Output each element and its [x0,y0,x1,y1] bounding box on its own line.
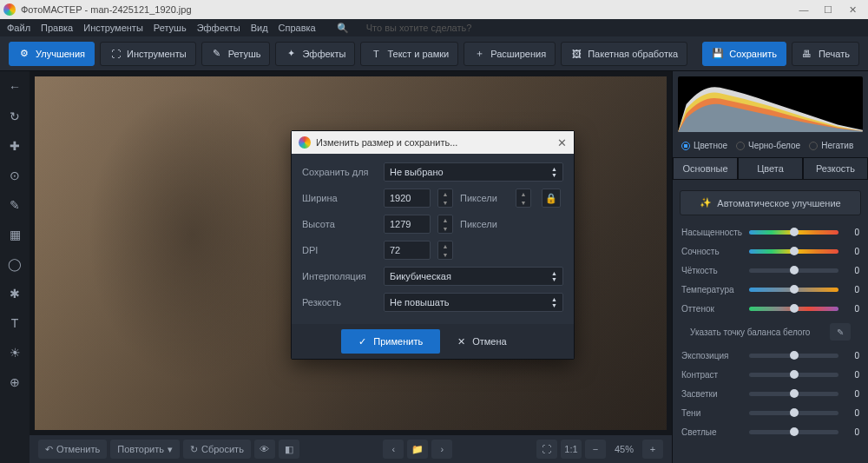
crop-icon: ⛶ [109,48,122,60]
tab-basic[interactable]: Основные [673,157,738,180]
slider-thumb[interactable] [790,389,799,398]
menu-edit[interactable]: Правка [41,23,73,33]
minimize-button[interactable]: — [792,0,816,19]
slider-thumb[interactable] [790,285,799,294]
eye-icon[interactable]: 👁 [254,440,275,459]
save-button[interactable]: 💾Сохранить [702,42,786,66]
stamp-icon[interactable]: ⊙ [6,167,23,184]
width-spinner[interactable]: ▲▼ [437,189,453,208]
menu-help[interactable]: Справка [279,23,316,33]
slider-track[interactable] [749,230,838,235]
tab-retouch[interactable]: ✎Ретушь [201,42,271,66]
slider-row: Контраст 0 [681,365,859,384]
interp-label: Интерполяция [302,271,377,281]
search-placeholder[interactable]: Что вы хотите сделать? [366,23,472,33]
slider-thumb[interactable] [790,266,799,274]
slider-track[interactable] [749,373,838,377]
tab-enhance[interactable]: ⚙Улучшения [9,42,95,66]
reset-button[interactable]: ↻ Сбросить [183,440,251,459]
slider-track[interactable] [749,288,838,292]
titlebar: ФотоМАСТЕР - man-2425121_1920.jpg — ☐ ✕ [0,0,868,19]
rotate-icon[interactable]: ↻ [6,108,23,125]
slider-thumb[interactable] [790,408,799,417]
globe-icon[interactable]: ⊕ [6,374,23,391]
vignette-icon[interactable]: ◯ [6,255,23,273]
text-tool-icon[interactable]: T [6,314,23,332]
heal-icon[interactable]: ✚ [6,137,23,155]
slider-thumb[interactable] [790,247,799,255]
menu-tools[interactable]: Инструменты [83,23,143,33]
brush-tool-icon[interactable]: ✎ [6,196,23,214]
star-icon[interactable]: ✱ [6,285,23,302]
gradient-icon[interactable]: ▦ [6,226,23,243]
main-toolbar: ⚙Улучшения ⛶Инструменты ✎Ретушь ✦Эффекты… [0,36,868,71]
lock-aspect-button[interactable]: 🔒 [542,189,561,208]
dialog-close-button[interactable]: ✕ [557,136,567,149]
wand-icon: ✨ [700,197,712,208]
sun-icon[interactable]: ☀ [6,344,23,361]
slider-track[interactable] [749,411,838,415]
slider-track[interactable] [749,307,838,311]
dpi-spinner[interactable]: ▲▼ [437,241,453,260]
radio-negative[interactable]: Негатив [809,141,853,150]
slider-row: Чёткость 0 [681,261,859,280]
radio-color[interactable]: Цветное [681,141,727,150]
slider-track[interactable] [749,354,838,358]
save-for-select[interactable]: Не выбрано▲▼ [384,162,563,182]
tab-tools[interactable]: ⛶Инструменты [100,42,196,66]
menu-view[interactable]: Вид [251,23,268,33]
check-icon: ✓ [358,336,366,347]
slider-track[interactable] [749,249,838,254]
zoom-in-button[interactable]: + [642,440,663,459]
actual-size-button[interactable]: 1:1 [561,440,582,459]
apply-button[interactable]: ✓Применить [341,329,440,354]
slider-row: Экспозиция 0 [681,346,859,365]
dialog-titlebar[interactable]: Изменить размер и сохранить... ✕ [292,131,574,154]
menu-effects[interactable]: Эффекты [197,23,240,33]
width-input[interactable]: 1920 [384,189,431,208]
slider-thumb[interactable] [790,304,799,313]
menu-retouch[interactable]: Ретушь [154,23,187,33]
slider-track[interactable] [749,430,838,434]
tab-sharpness[interactable]: Резкость [803,157,868,180]
dpi-input[interactable]: 72 [384,241,431,260]
fit-icon[interactable]: ⛶ [536,440,557,459]
tab-batch[interactable]: 🖾Пакетная обработка [561,42,687,66]
slider-thumb[interactable] [790,427,799,436]
close-button[interactable]: ✕ [840,0,865,19]
slider-track[interactable] [749,268,838,273]
cancel-button[interactable]: ✕Отмена [440,329,523,354]
tab-text[interactable]: TТекст и рамки [360,42,458,66]
prev-button[interactable]: ‹ [383,440,404,459]
back-icon[interactable]: ← [6,78,23,96]
save-for-label: Сохранить для [302,167,377,177]
eyedropper-button[interactable]: ✎ [830,323,851,341]
slider-row: Светлые 0 [681,422,859,441]
auto-enhance-button[interactable]: ✨Автоматическое улучшение [680,190,861,215]
compare-icon[interactable]: ◧ [279,440,299,459]
slider-thumb[interactable] [790,351,799,360]
sharp-select[interactable]: Не повышать▲▼ [384,293,563,312]
menu-file[interactable]: Файл [7,23,30,33]
slider-thumb[interactable] [790,228,799,236]
tab-extensions[interactable]: ＋Расширения [464,42,556,66]
slider-value: 0 [844,351,859,360]
tab-effects[interactable]: ✦Эффекты [275,42,355,66]
slider-value: 0 [844,408,859,418]
slider-label: Экспозиция [681,351,744,360]
folder-icon[interactable]: 📁 [407,440,428,459]
tab-colors[interactable]: Цвета [738,157,803,180]
slider-track[interactable] [749,392,838,396]
redo-button[interactable]: Повторить ▾ [110,440,180,459]
width-unit-spinner[interactable]: ▲▼ [516,189,531,208]
height-spinner[interactable]: ▲▼ [437,215,453,234]
zoom-out-button[interactable]: − [585,440,606,459]
print-button[interactable]: 🖶Печать [792,42,859,66]
radio-bw[interactable]: Черно-белое [736,141,800,150]
undo-button[interactable]: ↶ Отменить [38,440,107,459]
slider-thumb[interactable] [790,370,799,379]
maximize-button[interactable]: ☐ [816,0,840,19]
height-input[interactable]: 1279 [384,215,431,234]
next-button[interactable]: › [431,440,452,459]
interp-select[interactable]: Бикубическая▲▼ [384,267,563,286]
